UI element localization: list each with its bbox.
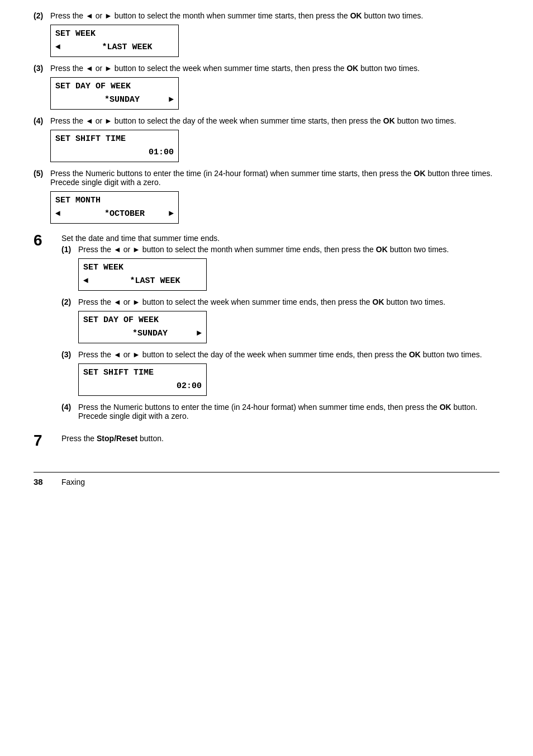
- lcd-arrow-right: ►: [169, 207, 174, 221]
- lcd-arrow-left: ◄: [55, 207, 60, 221]
- lcd-line1: SET DAY OF WEEK: [55, 80, 174, 93]
- step5-sub3-text: Press the ◄ or ► button to select the we…: [50, 64, 499, 73]
- lcd-set-day-of-week-1: SET DAY OF WEEK *SUNDAY ►: [50, 77, 179, 110]
- lcd-time-value: 01:00: [149, 146, 174, 159]
- step6-intro: Set the date and time that summer time e…: [61, 234, 499, 243]
- lcd-line2: 01:00: [55, 146, 174, 159]
- step5-sub4: (4) Press the ◄ or ► button to select th…: [34, 116, 499, 162]
- step6-sub2-num: (2): [61, 297, 78, 306]
- lcd-line1: SET WEEK: [83, 261, 202, 275]
- step5-sub5-text: Press the Numeric buttons to enter the t…: [50, 169, 499, 187]
- step6-sub3-label: (3) Press the ◄ or ► button to select th…: [61, 350, 499, 359]
- step7-num: 7: [34, 432, 56, 450]
- lcd-line2: 02:00: [83, 380, 202, 393]
- step5-sub3-num: (3): [34, 64, 50, 73]
- footer: 38 Faxing: [34, 472, 499, 486]
- step5-sub4-label: (4) Press the ◄ or ► button to select th…: [34, 116, 499, 125]
- step5-sub5-num: (5): [34, 169, 50, 178]
- step5-sub2-num: (2): [34, 11, 50, 20]
- step5-sub5: (5) Press the Numeric buttons to enter t…: [34, 169, 499, 224]
- step5-sub2: (2) Press the ◄ or ► button to select th…: [34, 11, 499, 57]
- lcd-line1: SET SHIFT TIME: [55, 133, 174, 146]
- step6-sub2-label: (2) Press the ◄ or ► button to select th…: [61, 297, 499, 306]
- lcd-set-day-of-week-2: SET DAY OF WEEK *SUNDAY ►: [78, 311, 207, 343]
- step7-text: Press the Stop/Reset button.: [61, 434, 499, 443]
- lcd-line2: *SUNDAY ►: [55, 93, 174, 107]
- step6-sub1: (1) Press the ◄ or ► button to select th…: [61, 245, 499, 291]
- lcd-arrow-right: ►: [169, 93, 174, 107]
- lcd-line1: SET MONTH: [55, 194, 174, 207]
- lcd-line1: SET WEEK: [55, 27, 174, 41]
- lcd-set-month-1: SET MONTH ◄ *OCTOBER ►: [50, 191, 179, 224]
- step5-sub5-label: (5) Press the Numeric buttons to enter t…: [34, 169, 499, 187]
- step6: 6 Set the date and time that summer time…: [34, 234, 499, 426]
- step6-sub4-label: (4) Press the Numeric buttons to enter t…: [61, 403, 499, 420]
- step7: 7 Press the Stop/Reset button.: [34, 434, 499, 450]
- lcd-value: *SUNDAY: [84, 93, 140, 107]
- step6-sub3-text: Press the ◄ or ► button to select the da…: [78, 350, 499, 359]
- step6-sub1-label: (1) Press the ◄ or ► button to select th…: [61, 245, 499, 254]
- lcd-arrow-right: ►: [197, 327, 202, 341]
- lcd-value: *SUNDAY: [112, 327, 168, 341]
- lcd-value: *OCTOBER: [84, 207, 145, 221]
- step5-sub3: (3) Press the ◄ or ► button to select th…: [34, 64, 499, 110]
- lcd-line1: SET DAY OF WEEK: [83, 314, 202, 327]
- step6-sub2: (2) Press the ◄ or ► button to select th…: [61, 297, 499, 343]
- lcd-arrow-left: ◄: [83, 275, 88, 288]
- step6-sub1-text: Press the ◄ or ► button to select the mo…: [78, 245, 499, 254]
- step6-sub4: (4) Press the Numeric buttons to enter t…: [61, 403, 499, 420]
- lcd-set-week-1: SET WEEK ◄ *LAST WEEK: [50, 25, 179, 57]
- lcd-time-value: 02:00: [177, 380, 202, 393]
- step6-sub3: (3) Press the ◄ or ► button to select th…: [61, 350, 499, 396]
- lcd-value: *LAST WEEK: [82, 41, 152, 54]
- lcd-set-shift-time-2: SET SHIFT TIME 02:00: [78, 363, 207, 396]
- lcd-line2: ◄ *LAST WEEK: [83, 275, 202, 288]
- step5-sub3-label: (3) Press the ◄ or ► button to select th…: [34, 64, 499, 73]
- lcd-arrow-left: ◄: [55, 41, 60, 54]
- step6-num: 6: [34, 231, 56, 249]
- step5-sub4-text: Press the ◄ or ► button to select the da…: [50, 116, 499, 125]
- lcd-line2: ◄ *LAST WEEK: [55, 41, 174, 54]
- step6-sub4-num: (4): [61, 403, 78, 412]
- step6-sub3-num: (3): [61, 350, 78, 359]
- lcd-set-shift-time-1: SET SHIFT TIME 01:00: [50, 130, 179, 162]
- step6-sub2-text: Press the ◄ or ► button to select the we…: [78, 297, 499, 306]
- step5-sub2-label: (2) Press the ◄ or ► button to select th…: [34, 11, 499, 20]
- lcd-line1: SET SHIFT TIME: [83, 366, 202, 380]
- lcd-value: *LAST WEEK: [110, 275, 180, 288]
- step6-sub1-num: (1): [61, 245, 78, 254]
- step7-content: Press the Stop/Reset button.: [61, 434, 499, 445]
- footer-page: 38: [34, 477, 61, 486]
- lcd-set-week-2: SET WEEK ◄ *LAST WEEK: [78, 258, 207, 291]
- lcd-line2: *SUNDAY ►: [83, 327, 202, 341]
- step5-sub2-text: Press the ◄ or ► button to select the mo…: [50, 11, 499, 20]
- footer-section: Faxing: [61, 478, 85, 486]
- step5-sub4-num: (4): [34, 116, 50, 125]
- step6-content: Set the date and time that summer time e…: [61, 234, 499, 426]
- step6-sub4-text: Press the Numeric buttons to enter the t…: [78, 403, 499, 420]
- lcd-line2: ◄ *OCTOBER ►: [55, 207, 174, 221]
- step5-section: (2) Press the ◄ or ► button to select th…: [34, 11, 499, 224]
